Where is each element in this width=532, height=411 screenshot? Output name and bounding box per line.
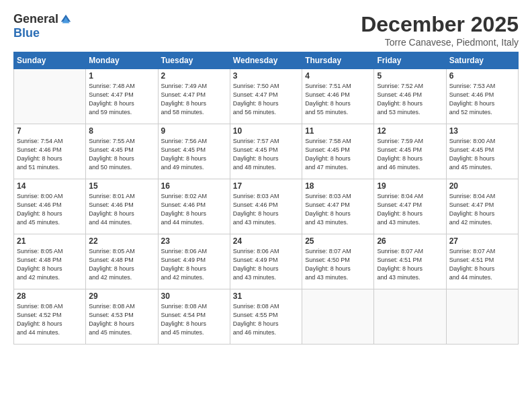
- day-info: Sunrise: 8:06 AM Sunset: 4:49 PM Dayligh…: [161, 247, 227, 282]
- day-number: 31: [233, 291, 299, 301]
- day-info: Sunrise: 8:08 AM Sunset: 4:52 PM Dayligh…: [17, 302, 83, 337]
- day-info: Sunrise: 7:57 AM Sunset: 4:45 PM Dayligh…: [233, 137, 299, 172]
- col-thursday: Thursday: [302, 52, 374, 69]
- day-cell: 19Sunrise: 8:04 AM Sunset: 4:47 PM Dayli…: [374, 179, 446, 234]
- day-cell: 7Sunrise: 7:54 AM Sunset: 4:46 PM Daylig…: [14, 124, 86, 179]
- col-friday: Friday: [374, 52, 446, 69]
- day-cell: 24Sunrise: 8:06 AM Sunset: 4:49 PM Dayli…: [230, 234, 302, 289]
- day-cell: 16Sunrise: 8:02 AM Sunset: 4:46 PM Dayli…: [158, 179, 230, 234]
- day-info: Sunrise: 8:04 AM Sunset: 4:47 PM Dayligh…: [449, 192, 515, 227]
- day-number: 23: [161, 236, 227, 246]
- calendar-table: Sunday Monday Tuesday Wednesday Thursday…: [13, 52, 519, 345]
- day-number: 3: [233, 71, 299, 81]
- day-cell: 27Sunrise: 8:07 AM Sunset: 4:51 PM Dayli…: [446, 234, 518, 289]
- day-number: 16: [161, 181, 227, 191]
- month-title: December 2025: [361, 12, 519, 37]
- day-cell: 4Sunrise: 7:51 AM Sunset: 4:46 PM Daylig…: [302, 69, 374, 124]
- col-wednesday: Wednesday: [230, 52, 302, 69]
- day-number: 14: [17, 181, 83, 191]
- day-cell: 8Sunrise: 7:55 AM Sunset: 4:45 PM Daylig…: [86, 124, 158, 179]
- header: General Blue December 2025 Torre Canaves…: [13, 12, 519, 48]
- day-number: 19: [377, 181, 443, 191]
- day-cell: 18Sunrise: 8:03 AM Sunset: 4:47 PM Dayli…: [302, 179, 374, 234]
- week-row-2: 14Sunrise: 8:00 AM Sunset: 4:46 PM Dayli…: [14, 179, 519, 234]
- day-info: Sunrise: 8:07 AM Sunset: 4:51 PM Dayligh…: [449, 247, 515, 282]
- location: Torre Canavese, Piedmont, Italy: [361, 37, 519, 48]
- day-number: 28: [17, 291, 83, 301]
- day-number: 1: [89, 71, 154, 81]
- col-saturday: Saturday: [446, 52, 518, 69]
- day-number: 18: [305, 181, 371, 191]
- logo-blue-text: Blue: [13, 26, 40, 40]
- day-number: 30: [161, 291, 227, 301]
- day-cell: [374, 289, 446, 345]
- title-block: December 2025 Torre Canavese, Piedmont, …: [361, 12, 519, 48]
- day-cell: 29Sunrise: 8:08 AM Sunset: 4:53 PM Dayli…: [86, 289, 158, 345]
- day-info: Sunrise: 8:03 AM Sunset: 4:46 PM Dayligh…: [233, 192, 299, 227]
- day-cell: 23Sunrise: 8:06 AM Sunset: 4:49 PM Dayli…: [158, 234, 230, 289]
- day-info: Sunrise: 7:51 AM Sunset: 4:46 PM Dayligh…: [305, 82, 371, 117]
- week-row-0: 1Sunrise: 7:48 AM Sunset: 4:47 PM Daylig…: [14, 69, 519, 124]
- day-number: 26: [377, 236, 443, 246]
- day-number: 10: [233, 126, 299, 136]
- day-info: Sunrise: 7:49 AM Sunset: 4:47 PM Dayligh…: [161, 82, 227, 117]
- day-info: Sunrise: 8:05 AM Sunset: 4:48 PM Dayligh…: [89, 247, 154, 282]
- day-info: Sunrise: 8:06 AM Sunset: 4:49 PM Dayligh…: [233, 247, 299, 282]
- logo-general-text: General: [13, 12, 58, 26]
- day-number: 8: [89, 126, 154, 136]
- day-number: 11: [305, 126, 371, 136]
- day-cell: 1Sunrise: 7:48 AM Sunset: 4:47 PM Daylig…: [86, 69, 158, 124]
- day-number: 2: [161, 71, 227, 81]
- day-info: Sunrise: 8:00 AM Sunset: 4:45 PM Dayligh…: [449, 137, 515, 172]
- day-cell: 28Sunrise: 8:08 AM Sunset: 4:52 PM Dayli…: [14, 289, 86, 345]
- day-number: 9: [161, 126, 227, 136]
- day-info: Sunrise: 8:07 AM Sunset: 4:50 PM Dayligh…: [305, 247, 371, 282]
- week-row-1: 7Sunrise: 7:54 AM Sunset: 4:46 PM Daylig…: [14, 124, 519, 179]
- day-cell: 2Sunrise: 7:49 AM Sunset: 4:47 PM Daylig…: [158, 69, 230, 124]
- day-number: 25: [305, 236, 371, 246]
- day-number: 12: [377, 126, 443, 136]
- week-row-4: 28Sunrise: 8:08 AM Sunset: 4:52 PM Dayli…: [14, 289, 519, 345]
- day-cell: 11Sunrise: 7:58 AM Sunset: 4:45 PM Dayli…: [302, 124, 374, 179]
- day-cell: 26Sunrise: 8:07 AM Sunset: 4:51 PM Dayli…: [374, 234, 446, 289]
- day-info: Sunrise: 8:00 AM Sunset: 4:46 PM Dayligh…: [17, 192, 83, 227]
- day-info: Sunrise: 7:59 AM Sunset: 4:45 PM Dayligh…: [377, 137, 443, 172]
- header-row: Sunday Monday Tuesday Wednesday Thursday…: [14, 52, 519, 69]
- week-row-3: 21Sunrise: 8:05 AM Sunset: 4:48 PM Dayli…: [14, 234, 519, 289]
- day-cell: [302, 289, 374, 345]
- day-cell: 17Sunrise: 8:03 AM Sunset: 4:46 PM Dayli…: [230, 179, 302, 234]
- page: General Blue December 2025 Torre Canaves…: [0, 0, 532, 411]
- day-cell: 13Sunrise: 8:00 AM Sunset: 4:45 PM Dayli…: [446, 124, 518, 179]
- col-sunday: Sunday: [14, 52, 86, 69]
- logo-icon: [60, 13, 72, 26]
- day-number: 7: [17, 126, 83, 136]
- day-number: 13: [449, 126, 515, 136]
- day-info: Sunrise: 8:02 AM Sunset: 4:46 PM Dayligh…: [161, 192, 227, 227]
- day-cell: 10Sunrise: 7:57 AM Sunset: 4:45 PM Dayli…: [230, 124, 302, 179]
- day-info: Sunrise: 8:07 AM Sunset: 4:51 PM Dayligh…: [377, 247, 443, 282]
- day-number: 27: [449, 236, 515, 246]
- day-number: 21: [17, 236, 83, 246]
- col-tuesday: Tuesday: [158, 52, 230, 69]
- day-number: 17: [233, 181, 299, 191]
- day-info: Sunrise: 8:08 AM Sunset: 4:53 PM Dayligh…: [89, 302, 154, 337]
- day-number: 6: [449, 71, 515, 81]
- day-cell: [14, 69, 86, 124]
- day-number: 4: [305, 71, 371, 81]
- col-monday: Monday: [86, 52, 158, 69]
- day-cell: 15Sunrise: 8:01 AM Sunset: 4:46 PM Dayli…: [86, 179, 158, 234]
- day-cell: 22Sunrise: 8:05 AM Sunset: 4:48 PM Dayli…: [86, 234, 158, 289]
- day-info: Sunrise: 7:48 AM Sunset: 4:47 PM Dayligh…: [89, 82, 154, 117]
- day-cell: 6Sunrise: 7:53 AM Sunset: 4:46 PM Daylig…: [446, 69, 518, 124]
- day-cell: 9Sunrise: 7:56 AM Sunset: 4:45 PM Daylig…: [158, 124, 230, 179]
- day-number: 5: [377, 71, 443, 81]
- day-number: 24: [233, 236, 299, 246]
- day-info: Sunrise: 7:55 AM Sunset: 4:45 PM Dayligh…: [89, 137, 154, 172]
- day-cell: 31Sunrise: 8:08 AM Sunset: 4:55 PM Dayli…: [230, 289, 302, 345]
- day-info: Sunrise: 8:04 AM Sunset: 4:47 PM Dayligh…: [377, 192, 443, 227]
- day-cell: 21Sunrise: 8:05 AM Sunset: 4:48 PM Dayli…: [14, 234, 86, 289]
- day-info: Sunrise: 8:05 AM Sunset: 4:48 PM Dayligh…: [17, 247, 83, 282]
- day-number: 20: [449, 181, 515, 191]
- day-cell: 20Sunrise: 8:04 AM Sunset: 4:47 PM Dayli…: [446, 179, 518, 234]
- day-info: Sunrise: 7:50 AM Sunset: 4:47 PM Dayligh…: [233, 82, 299, 117]
